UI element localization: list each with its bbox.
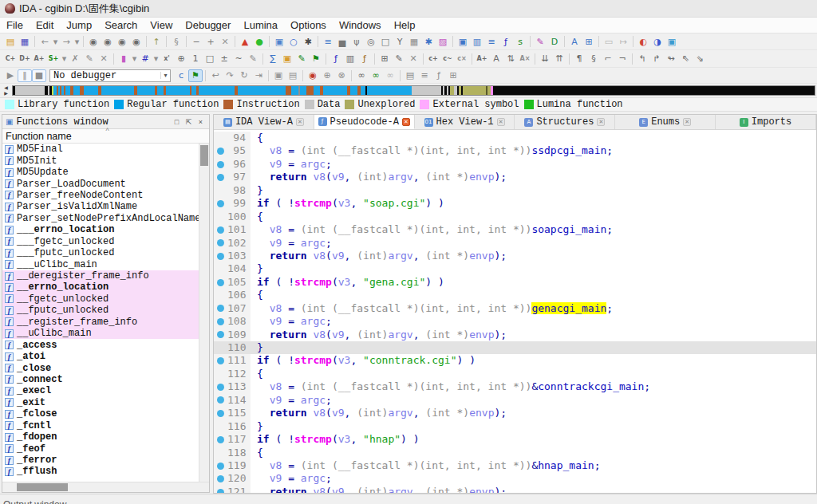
zoom-icon[interactable]: ◎ xyxy=(364,35,378,48)
navigation-band[interactable] xyxy=(12,85,815,96)
code-line[interactable]: 99if ( !strcmp(v3, "soap.cgi") ) xyxy=(214,197,816,210)
code-line[interactable]: 95 v8 = (int (__fastcall *)(int, int, in… xyxy=(214,144,816,157)
repeatable-comment-icon[interactable]: § xyxy=(586,53,601,65)
function-row[interactable]: f_exit xyxy=(2,397,199,408)
number-menu-icon[interactable]: ▾ xyxy=(152,53,160,65)
lumina-all-icon[interactable]: ▣ xyxy=(665,35,679,48)
code-line[interactable]: 109 return v8(v9, (int)argv, (int *)envp… xyxy=(214,329,816,341)
breakpoint-list-icon[interactable]: ◉ xyxy=(306,69,320,82)
options-gear-icon[interactable]: ✱ xyxy=(421,35,436,48)
make-ascii-icon[interactable]: A+ xyxy=(32,53,46,65)
code-line[interactable]: 102 v9 = argc; xyxy=(214,237,816,250)
watch-del-icon[interactable]: ∞ xyxy=(383,69,397,82)
name-del-icon[interactable]: A× xyxy=(518,53,532,65)
function-tails-icon[interactable]: ƒ xyxy=(357,53,372,65)
const-del-icon[interactable]: c× xyxy=(455,53,469,65)
output-window-strip[interactable]: Output window xyxy=(0,494,817,504)
search-text-icon[interactable]: ◉ xyxy=(101,35,115,48)
lumina-push-icon[interactable]: ◑ xyxy=(650,35,665,48)
tab-imports[interactable]: IImports xyxy=(716,115,816,129)
open-file-icon[interactable]: ▤ xyxy=(3,35,18,48)
function-row[interactable]: f_connect xyxy=(2,374,199,385)
function-chunks-icon[interactable]: ▥ xyxy=(343,53,357,65)
tab-ida-view-a[interactable]: ▤IDA View-A✕ xyxy=(214,115,314,129)
setup-icon[interactable]: ⊞ xyxy=(582,35,596,48)
code-line[interactable]: 104} xyxy=(214,262,816,275)
function-row[interactable]: f__deregister_frame_info xyxy=(2,270,199,282)
step-into-icon[interactable]: ↷ xyxy=(223,69,237,82)
functions-window-icon[interactable]: ƒ xyxy=(499,35,513,48)
xref-graph-icon[interactable]: ↬ xyxy=(664,53,678,65)
breakpoint-dot[interactable] xyxy=(214,394,227,407)
menu-help[interactable]: Help xyxy=(388,19,422,31)
code-line[interactable]: 106{ xyxy=(214,289,816,301)
sign-toggle-icon[interactable]: ± xyxy=(217,53,231,65)
menu-edit[interactable]: Edit xyxy=(30,19,60,31)
functions-column-header[interactable]: Function name ^ xyxy=(2,129,209,144)
debugger-select[interactable]: No debugger ▾ xyxy=(49,69,171,82)
color-menu-icon[interactable]: ▾ xyxy=(131,53,138,65)
chevron-down-icon[interactable]: ▾ xyxy=(160,72,170,79)
menu-jump[interactable]: Jump xyxy=(60,19,98,31)
windows-list-icon[interactable]: ▣ xyxy=(272,35,286,48)
function-row[interactable]: f_fflush xyxy=(2,466,199,477)
breakpoint-dot[interactable] xyxy=(214,171,227,183)
code-line[interactable]: 103 return v8(v9, (int)argv, (int *)envp… xyxy=(214,250,816,262)
function-edit-icon[interactable]: ƒ xyxy=(329,53,343,65)
function-row[interactable]: f__fputc_unlocked xyxy=(2,305,199,316)
code-line[interactable]: 114 v9 = argc; xyxy=(214,394,816,407)
navband-arrows[interactable]: ◀ ▶ xyxy=(2,85,10,96)
function-row[interactable]: f_ferror xyxy=(2,455,199,466)
print-icon[interactable]: ▦ xyxy=(407,35,421,48)
plus-icon[interactable]: + xyxy=(203,35,218,48)
navband-left-icon[interactable]: ◀ xyxy=(2,85,10,91)
function-row[interactable]: f__fgetc_unlocked xyxy=(2,293,199,305)
name-copy-icon[interactable]: A xyxy=(489,53,503,65)
tab-hex-view-1[interactable]: 01Hex View-1✕ xyxy=(415,115,515,129)
posterior-comment-icon[interactable]: ¬ xyxy=(615,53,630,65)
code-line[interactable]: 96 v9 = argc; xyxy=(214,158,816,171)
struct-offset-icon[interactable]: □ xyxy=(203,53,217,65)
pseudocode-view[interactable]: 94{95 v8 = (int (__fastcall *)(int, int,… xyxy=(214,130,816,493)
function-row[interactable]: f_access xyxy=(2,339,199,350)
search-next-icon[interactable]: ◉ xyxy=(129,35,144,48)
thread-list-icon[interactable]: ≡ xyxy=(417,69,432,82)
function-row[interactable]: f_feof xyxy=(2,443,199,454)
number-format-icon[interactable]: # xyxy=(138,53,152,65)
debug-view-icon[interactable]: ▤ xyxy=(286,69,300,82)
lock-icon[interactable]: § xyxy=(169,35,184,48)
code-line[interactable]: 113 v8 = (int (__fastcall *)(int, int, i… xyxy=(214,380,816,393)
menu-search[interactable]: Search xyxy=(98,19,144,31)
menu-options[interactable]: Options xyxy=(284,19,333,31)
status-ok-icon[interactable]: ● xyxy=(252,35,266,48)
anterior-comment-icon[interactable]: ⌐ xyxy=(601,53,615,65)
tab-close-icon[interactable]: ✕ xyxy=(597,118,605,126)
breakpoint-dot[interactable] xyxy=(214,276,227,289)
code-line[interactable]: 105if ( !strcmp(v3, "gena.cgi") ) xyxy=(214,276,816,289)
function-row[interactable]: f_execl xyxy=(2,385,199,396)
flow-chart-icon[interactable]: ψ xyxy=(349,35,364,48)
run-to-cursor-icon[interactable]: ⇥ xyxy=(251,69,266,82)
code-line[interactable]: 120 v9 = argc; xyxy=(214,472,816,485)
xrefs-from-icon[interactable]: ↱ xyxy=(649,53,664,65)
strings-window-icon[interactable]: s xyxy=(513,35,527,48)
attach-process-icon[interactable]: c xyxy=(174,69,188,82)
struct-edit-icon[interactable]: ✎ xyxy=(392,53,406,65)
search-value-icon[interactable]: ◉ xyxy=(115,35,129,48)
function-row[interactable]: fParser_isValidXmlName xyxy=(2,201,199,212)
code-line[interactable]: 108 v9 = argc; xyxy=(214,315,816,328)
code-line[interactable]: 100{ xyxy=(214,211,816,223)
breakpoint-dot[interactable] xyxy=(214,302,227,315)
make-string-icon[interactable]: S+ xyxy=(46,53,61,65)
snapshot-icon[interactable]: ▭ xyxy=(602,35,616,48)
function-row[interactable]: f___uClibc_main xyxy=(2,258,199,270)
script-run-icon[interactable]: ⚑ xyxy=(309,53,323,65)
forward-menu-icon[interactable]: ▾ xyxy=(73,35,81,48)
breakpoint-dot[interactable] xyxy=(214,354,227,367)
functions-vscrollbar[interactable] xyxy=(199,144,209,482)
stack-format-icon[interactable]: 1 xyxy=(188,53,203,65)
code-line[interactable]: 97 return v8(v9, (int)argv, (int *)envp)… xyxy=(214,171,816,183)
functions-hscrollbar[interactable] xyxy=(2,482,209,492)
code-line[interactable]: 111if ( !strcmp(v3, "conntrack.cgi") ) xyxy=(214,354,816,367)
function-row[interactable]: f__register_frame_info xyxy=(2,317,199,328)
